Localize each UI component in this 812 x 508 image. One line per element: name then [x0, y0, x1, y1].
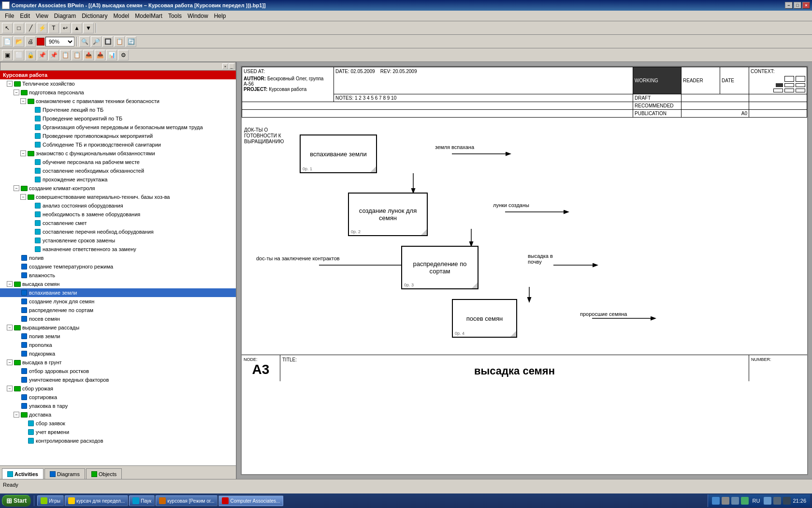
t3-3[interactable]: 🔒 — [25, 50, 36, 60]
nav-btn[interactable]: 📋 — [114, 36, 125, 47]
zoom-in-btn[interactable]: 🔍 — [79, 36, 90, 47]
tree-item-t10[interactable]: обучение персонала на рабочем месте — [0, 158, 236, 166]
activity-box-4[interactable]: посев семян 0р. 4 — [452, 299, 517, 338]
tree-item-t42[interactable]: контролирование расходов — [0, 436, 236, 445]
menu-diagram[interactable]: Diagram — [51, 12, 79, 20]
tree-item-t28[interactable]: посев семян — [0, 314, 236, 323]
tree-item-t24[interactable]: −высадка семян — [0, 280, 236, 288]
tree-item-t35[interactable]: уничтожение вредных факторов — [0, 375, 236, 384]
tree-item-t29[interactable]: −выращивание рассады — [0, 323, 236, 332]
activity-box-2[interactable]: создание лунок для семян 0р. 2 — [348, 193, 428, 236]
tree-item-t6[interactable]: Организация обучения передовым и безопас… — [0, 123, 236, 132]
tree-item-t13[interactable]: −создание климат-контроля — [0, 184, 236, 193]
tree-item-t9[interactable]: −знакомство с функциональными обязанност… — [0, 149, 236, 158]
tree-item-t33[interactable]: −высадка в грунт — [0, 358, 236, 367]
t3-11[interactable]: ⚙ — [118, 50, 129, 60]
tree-item-t36[interactable]: −сбор урожая — [0, 384, 236, 393]
start-button[interactable]: ⊞ Start — [2, 495, 31, 507]
t3-1[interactable]: ▣ — [2, 50, 13, 60]
taskbar-btn-kursach[interactable]: курсач для передел... — [65, 495, 128, 506]
expand-icon-t14[interactable]: − — [20, 194, 26, 200]
t3-5[interactable]: 📌 — [48, 50, 59, 60]
tree-item-t30[interactable]: полив земли — [0, 332, 236, 341]
close-btn[interactable]: × — [802, 2, 810, 9]
tree-area[interactable]: −Тепличное хозяйство−подготовка персонал… — [0, 79, 236, 465]
tree-item-t15[interactable]: анализ состояния оборудования — [0, 201, 236, 210]
tree-item-t14[interactable]: −совершенствование материально-технич. б… — [0, 193, 236, 201]
zoom-out-btn[interactable]: 🔎 — [91, 36, 102, 47]
t3-8[interactable]: 📤 — [83, 50, 94, 60]
panel-close-btn[interactable]: × — [222, 63, 228, 69]
panel-minimize-btn[interactable]: _ — [229, 63, 234, 69]
tree-item-t37[interactable]: сортировка — [0, 393, 236, 402]
expand-icon-t1[interactable]: − — [7, 81, 13, 87]
tab-objects[interactable]: Objects — [86, 468, 122, 479]
expand-icon-t29[interactable]: − — [7, 325, 13, 330]
tree-item-t41[interactable]: учет времени — [0, 428, 236, 436]
tree-item-t21[interactable]: полив — [0, 254, 236, 262]
menu-edit[interactable]: Edit — [17, 12, 33, 20]
tree-item-t22[interactable]: создание температурного режима — [0, 262, 236, 271]
menu-tools[interactable]: Tools — [165, 12, 185, 20]
pointer-btn[interactable]: 🔲 — [102, 36, 113, 47]
tree-item-t27[interactable]: распределение по сортам — [0, 306, 236, 314]
tree-item-t40[interactable]: сбор заявок — [0, 419, 236, 428]
refresh-btn[interactable]: 🔄 — [126, 36, 136, 47]
t3-9[interactable]: 📥 — [95, 50, 105, 60]
expand-icon-t33[interactable]: − — [7, 359, 13, 365]
tree-item-t32[interactable]: подкормка — [0, 349, 236, 358]
t3-6[interactable]: 📋 — [60, 50, 71, 60]
menu-modelmart[interactable]: ModelMart — [132, 12, 165, 20]
expand-icon-t39[interactable]: − — [14, 412, 19, 418]
expand-icon-t13[interactable]: − — [14, 185, 19, 191]
activity-box-3[interactable]: распределение по сортам 0р. 3 — [401, 246, 478, 289]
tree-item-t26[interactable]: создание лунок для семян — [0, 297, 236, 306]
open-btn[interactable]: 📂 — [14, 36, 24, 47]
taskbar-btn-pauk[interactable]: Паук — [129, 495, 155, 506]
more-tool[interactable]: ▼ — [83, 23, 94, 33]
tree-item-t17[interactable]: составление смет — [0, 219, 236, 227]
tree-item-t8[interactable]: Соблюдение ТБ и производственной санитар… — [0, 140, 236, 149]
tree-item-t23[interactable]: влажность — [0, 271, 236, 280]
tree-item-t3[interactable]: −ознакомление с правилами техники безопа… — [0, 97, 236, 105]
tree-item-t4[interactable]: Прочтение лекций по ТБ — [0, 105, 236, 114]
t3-10[interactable]: 📊 — [106, 50, 117, 60]
right-panel[interactable]: USED AT: AUTHOR: Бескровный Олег, группа… — [237, 62, 812, 479]
menu-dictionary[interactable]: Dictionary — [79, 12, 110, 20]
t3-2[interactable]: ⬜ — [14, 50, 24, 60]
text-tool[interactable]: T — [48, 23, 59, 33]
arrow-tool[interactable]: ↖ — [2, 23, 13, 33]
tree-item-t16[interactable]: необходимость в замене оборудования — [0, 210, 236, 219]
tab-diagrams[interactable]: Diagrams — [44, 468, 85, 479]
tree-item-t5[interactable]: Проведение мероприятий по ТБ — [0, 114, 236, 123]
tree-item-t34[interactable]: отбор здоровых ростков — [0, 367, 236, 375]
expand-icon-t2[interactable]: − — [14, 90, 19, 95]
line-tool[interactable]: ╱ — [25, 23, 36, 33]
tree-item-t11[interactable]: составление необходимых обязанностей — [0, 166, 236, 175]
rect-tool[interactable]: □ — [14, 23, 24, 33]
menu-model[interactable]: Model — [111, 12, 132, 20]
tree-item-t1[interactable]: −Тепличное хозяйство — [0, 79, 236, 88]
t3-4[interactable]: 📌 — [37, 50, 47, 60]
color-btn[interactable] — [37, 38, 44, 45]
minimize-btn[interactable]: − — [785, 2, 793, 9]
print-btn[interactable]: 🖨 — [25, 36, 36, 47]
tree-item-t7[interactable]: Проведение противопожарных мероприятий — [0, 132, 236, 140]
tree-item-t31[interactable]: прополка — [0, 341, 236, 349]
expand-icon-t3[interactable]: − — [20, 98, 26, 104]
tree-item-t38[interactable]: упаковка в тару — [0, 402, 236, 410]
expand-icon-t9[interactable]: − — [20, 150, 26, 156]
expand-icon-t24[interactable]: − — [7, 281, 13, 287]
lightning-tool[interactable]: ⚡ — [37, 23, 47, 33]
tree-item-t20[interactable]: назначение ответственного за замену — [0, 245, 236, 254]
maximize-btn[interactable]: □ — [794, 2, 801, 9]
t3-7[interactable]: 📋 — [72, 50, 82, 60]
tree-item-t18[interactable]: составление перечня необход.оборудования — [0, 227, 236, 236]
taskbar-btn-kursovaya[interactable]: курсовая [Режим ог... — [156, 495, 218, 506]
activity-box-1[interactable]: вспахивание земли 0р. 1 — [300, 134, 377, 173]
tab-activities[interactable]: Activities — [2, 468, 44, 479]
fill-tool[interactable]: ▲ — [72, 23, 82, 33]
undo-tool[interactable]: ↩ — [60, 23, 71, 33]
tree-item-t19[interactable]: установление сроков замены — [0, 236, 236, 245]
menu-file[interactable]: File — [2, 12, 17, 20]
